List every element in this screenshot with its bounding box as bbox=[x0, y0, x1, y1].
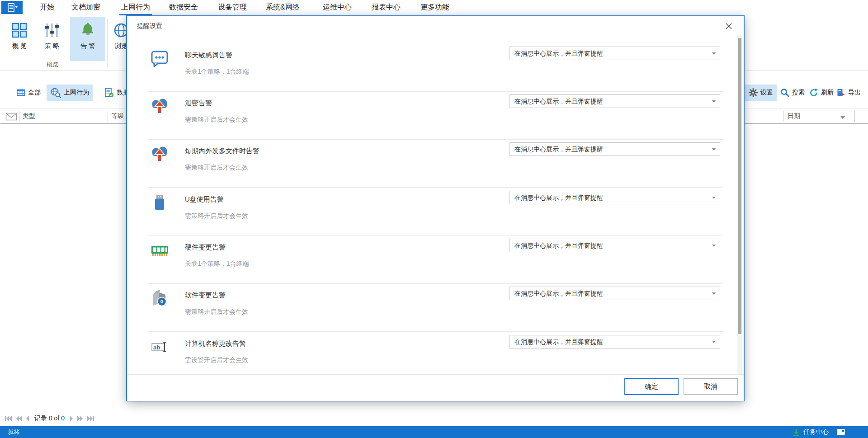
alert-subtitle: 需策略开启后才会生效 bbox=[185, 116, 248, 124]
ribbon-group-label: 概览 bbox=[39, 61, 66, 69]
alert-bell-icon bbox=[79, 20, 96, 40]
notify-mode-select[interactable]: 在消息中心展示，并且弹窗提醒 bbox=[509, 47, 720, 60]
message-window-icon[interactable] bbox=[836, 429, 845, 436]
web-behavior-icon bbox=[50, 87, 61, 98]
column-separator bbox=[854, 111, 855, 122]
alert-title: 聊天敏感词告警 bbox=[185, 51, 232, 60]
refresh-icon bbox=[809, 88, 818, 97]
status-bar: 就绪 任务中心 bbox=[0, 426, 868, 438]
dropdown-caret-icon bbox=[712, 148, 716, 151]
notify-mode-select[interactable]: 在消息中心展示，并且弹窗提醒 bbox=[509, 335, 720, 349]
next-page-icon[interactable] bbox=[70, 415, 74, 422]
alert-subtitle: 需策略开启后才会生效 bbox=[185, 212, 248, 220]
dropdown-caret-icon bbox=[712, 100, 716, 103]
row-separator bbox=[148, 331, 723, 332]
search-button[interactable]: 搜索 bbox=[777, 85, 808, 101]
notify-mode-select[interactable]: 在消息中心展示，并且弹窗提醒 bbox=[509, 94, 720, 108]
settings-gear-icon bbox=[749, 88, 758, 97]
dropdown-caret-icon bbox=[712, 292, 716, 295]
alert-subtitle: 需策略开启后才会生效 bbox=[185, 164, 248, 172]
ribbon-item-alert[interactable]: 告 警 bbox=[70, 17, 105, 61]
tab-start[interactable]: 开始 bbox=[38, 0, 56, 14]
alert-row-chat-keywords: 聊天敏感词告警 关联1个策略，1台终端 在消息中心展示，并且弹窗提醒 bbox=[127, 44, 744, 92]
tab-report-center[interactable]: 报表中心 bbox=[370, 0, 402, 14]
data-doc-icon bbox=[104, 88, 114, 98]
mail-column-icon bbox=[5, 112, 17, 121]
column-separator bbox=[108, 111, 108, 122]
usb-drive-icon bbox=[151, 193, 169, 212]
svg-text:ab: ab bbox=[153, 344, 160, 351]
alert-subtitle: 关联1个策略，1台终端 bbox=[185, 68, 249, 76]
last-page-icon[interactable] bbox=[87, 415, 94, 422]
pagination-bar: 记录 0 of 0 bbox=[5, 412, 94, 425]
tab-more-functions[interactable]: 更多功能 bbox=[419, 0, 451, 14]
app-menu-button[interactable] bbox=[1, 1, 23, 14]
row-separator bbox=[148, 187, 723, 188]
filter-all-button[interactable]: 全部 bbox=[13, 85, 44, 101]
download-icon bbox=[792, 428, 800, 436]
all-table-icon bbox=[16, 88, 25, 97]
notify-mode-select[interactable]: 在消息中心展示，并且弹窗提醒 bbox=[509, 191, 720, 204]
alert-row-software-change: 软件变更告警 需策略开启后才会生效 在消息中心展示，并且弹窗提醒 bbox=[127, 284, 744, 332]
ribbon-item-policy[interactable]: 策 略 bbox=[38, 17, 66, 61]
alert-title: 泄密告警 bbox=[185, 99, 212, 108]
alert-row-usb-usage: U盘使用告警 需策略开启后才会生效 在消息中心展示，并且弹窗提醒 bbox=[127, 188, 744, 236]
dropdown-caret-icon bbox=[712, 341, 716, 343]
alert-subtitle: 需设置开启后才会生效 bbox=[185, 356, 248, 364]
column-separator bbox=[783, 111, 783, 122]
app-menu-icon bbox=[6, 3, 19, 13]
tab-data-security[interactable]: 数据安全 bbox=[167, 0, 200, 14]
export-icon bbox=[836, 88, 845, 97]
cloud-upload-icon bbox=[151, 145, 169, 163]
dropdown-caret-icon bbox=[712, 245, 716, 247]
settings-button[interactable]: 设置 bbox=[745, 85, 777, 101]
alert-row-computer-rename: ab 计算机名称更改告警 需设置开启后才会生效 在消息中心展示，并且弹窗提醒 bbox=[127, 332, 744, 380]
chat-bubble-icon bbox=[151, 49, 169, 67]
tab-system-network[interactable]: 系统&网络 bbox=[264, 0, 302, 14]
notify-mode-select[interactable]: 在消息中心展示，并且弹窗提醒 bbox=[509, 287, 720, 300]
alert-title: 硬件变更告警 bbox=[185, 243, 226, 252]
tab-web-behavior[interactable]: 上网行为 bbox=[119, 0, 152, 15]
filter-web-behavior-button[interactable]: 上网行为 bbox=[47, 85, 93, 101]
close-icon[interactable] bbox=[724, 21, 734, 31]
export-button[interactable]: 导出 bbox=[833, 85, 864, 101]
menu-bar: 开始 文档加密 上网行为 数据安全 设备管理 系统&网络 运维中心 报表中心 更… bbox=[0, 0, 868, 15]
dropdown-caret-icon bbox=[712, 197, 716, 199]
software-box-icon bbox=[151, 289, 169, 307]
tab-device-mgmt[interactable]: 设备管理 bbox=[216, 0, 249, 14]
application-window: 开始 文档加密 上网行为 数据安全 设备管理 系统&网络 运维中心 报表中心 更… bbox=[0, 0, 868, 438]
rename-ab-icon: ab bbox=[151, 338, 169, 356]
search-icon bbox=[780, 88, 789, 97]
cloud-upload-icon bbox=[151, 97, 169, 115]
alert-row-hardware-change: 硬件变更告警 关联1个策略，1台终端 在消息中心展示，并且弹窗提醒 bbox=[127, 236, 744, 284]
modal-scrollbar[interactable] bbox=[737, 35, 742, 374]
alert-title: 软件变更告警 bbox=[185, 291, 226, 300]
alert-row-multi-file-send: 短期内外发多文件时告警 需策略开启后才会生效 在消息中心展示，并且弹窗提醒 bbox=[127, 140, 744, 188]
tab-ops-center[interactable]: 运维中心 bbox=[321, 0, 354, 14]
alert-title: U盘使用告警 bbox=[185, 195, 224, 204]
prev-group-icon[interactable] bbox=[15, 415, 22, 422]
notify-mode-select[interactable]: 在消息中心展示，并且弹窗提醒 bbox=[509, 239, 720, 252]
next-group-icon[interactable] bbox=[77, 415, 84, 422]
column-header-date[interactable]: 日期 bbox=[788, 112, 800, 120]
first-page-icon[interactable] bbox=[5, 415, 12, 422]
policy-sliders-icon bbox=[44, 20, 60, 40]
date-filter-caret-icon[interactable] bbox=[840, 116, 845, 119]
status-ready-label: 就绪 bbox=[8, 428, 20, 436]
tab-doc-encrypt[interactable]: 文档加密 bbox=[70, 0, 102, 14]
dropdown-caret-icon bbox=[712, 52, 716, 55]
ram-icon bbox=[151, 241, 169, 259]
column-header-level[interactable]: 等级 bbox=[111, 112, 124, 120]
cancel-button[interactable]: 取消 bbox=[684, 378, 738, 395]
notify-mode-select[interactable]: 在消息中心展示，并且弹窗提醒 bbox=[509, 142, 720, 156]
column-header-type[interactable]: 类型 bbox=[23, 112, 35, 120]
ok-button[interactable]: 确定 bbox=[624, 378, 679, 395]
scrollbar-thumb[interactable] bbox=[738, 38, 741, 334]
task-center-button[interactable]: 任务中心 bbox=[792, 426, 829, 438]
alert-subtitle: 需策略开启后才会生效 bbox=[185, 308, 248, 316]
record-count-label: 记录 0 of 0 bbox=[34, 414, 65, 423]
prev-page-icon[interactable] bbox=[25, 415, 29, 422]
alert-row-leak: 泄密告警 需策略开启后才会生效 在消息中心展示，并且弹窗提醒 bbox=[127, 92, 744, 140]
ribbon-item-overview[interactable]: 概 览 bbox=[5, 17, 33, 61]
column-separator bbox=[19, 111, 19, 122]
